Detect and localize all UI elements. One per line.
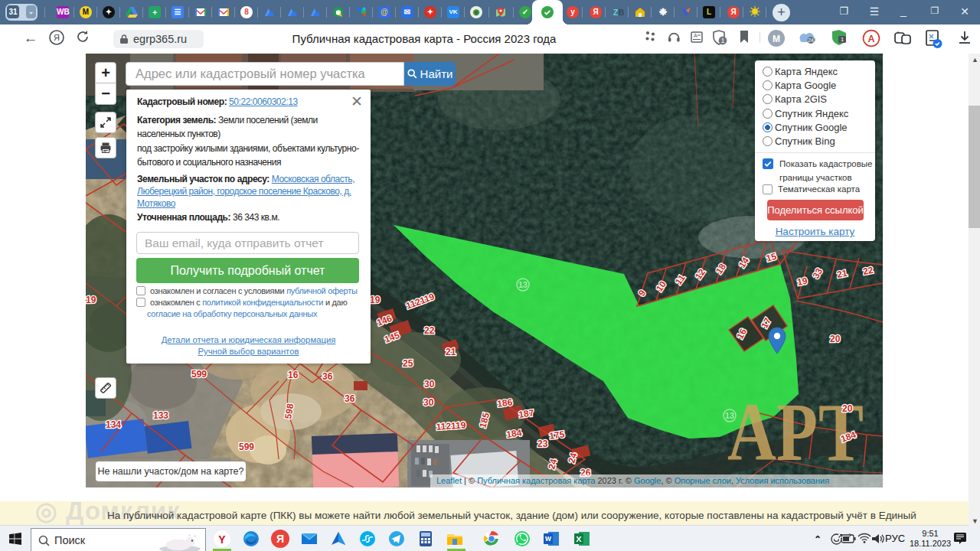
svg-text:13: 13 xyxy=(518,280,528,289)
svg-text:599: 599 xyxy=(239,442,254,452)
svg-text:599: 599 xyxy=(191,369,207,380)
svg-text:36: 36 xyxy=(345,393,355,404)
svg-text:133: 133 xyxy=(153,410,168,421)
svg-text:30: 30 xyxy=(423,397,434,408)
svg-text:16: 16 xyxy=(288,370,299,380)
svg-text:30: 30 xyxy=(424,379,435,390)
svg-text:184: 184 xyxy=(505,427,522,440)
svg-text:1: 1 xyxy=(721,37,725,44)
svg-text:187: 187 xyxy=(518,407,534,420)
svg-text:A: A xyxy=(868,34,875,44)
svg-text:20: 20 xyxy=(830,334,841,344)
svg-text:АРТ: АРТ xyxy=(727,386,864,478)
svg-text:19: 19 xyxy=(86,295,96,305)
svg-text:13: 13 xyxy=(725,411,734,420)
svg-text:23: 23 xyxy=(537,439,548,449)
svg-text:186: 186 xyxy=(496,396,513,409)
svg-text:134: 134 xyxy=(106,419,121,430)
svg-text:22: 22 xyxy=(862,265,874,277)
svg-text:25: 25 xyxy=(403,358,413,369)
svg-text:M: M xyxy=(773,34,780,44)
svg-text:21: 21 xyxy=(836,268,848,280)
svg-text:Leaflet | © Публичная кадастро: Leaflet | © Публичная кадастровая карта … xyxy=(436,476,829,485)
svg-text:1: 1 xyxy=(841,36,844,43)
svg-text:24: 24 xyxy=(808,37,814,43)
svg-text:19: 19 xyxy=(370,295,381,305)
svg-text:22: 22 xyxy=(424,325,435,336)
svg-text:175: 175 xyxy=(548,429,565,442)
svg-text:21: 21 xyxy=(446,347,456,357)
svg-text:19: 19 xyxy=(796,276,808,288)
svg-text:20: 20 xyxy=(842,403,853,414)
svg-text:A: A xyxy=(694,33,697,38)
svg-text:36: 36 xyxy=(322,371,333,382)
svg-text:112119: 112119 xyxy=(436,419,466,432)
